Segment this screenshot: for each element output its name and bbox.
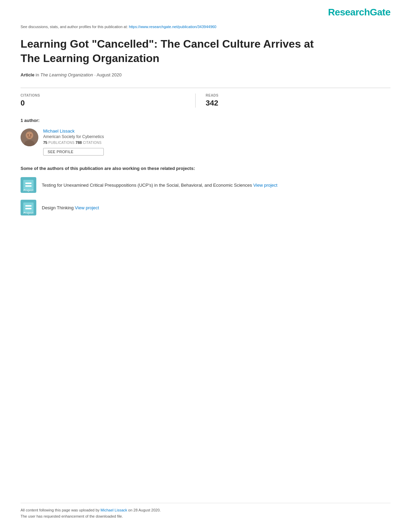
author-affiliation: American Society for Cybernetics (43, 134, 104, 139)
related-projects-title: Some of the authors of this publication … (21, 166, 390, 171)
footer-uploaded-by-link[interactable]: Michael Lissack (101, 508, 127, 512)
svg-point-4 (30, 135, 32, 136)
researchgate-logo: ResearchGate (328, 7, 390, 18)
svg-point-3 (28, 135, 29, 136)
project-icon-1: Project (21, 177, 36, 193)
project-link-2[interactable]: View project (75, 205, 99, 210)
footer-note: The user has requested enhancement of th… (21, 514, 390, 518)
reads-label: READS (206, 94, 370, 97)
header: ResearchGate (0, 0, 411, 21)
reads-block: READS 342 (206, 94, 381, 108)
meta-in: in (36, 72, 40, 77)
main-content: See discussions, stats, and author profi… (0, 25, 411, 215)
footer-uploaded-date: on 28 August 2020. (127, 508, 161, 512)
footer-divider (21, 503, 390, 503)
author-cites-count: 788 (76, 140, 82, 145)
project-description-1: Testing for Unexamined Critical Presuppo… (42, 183, 252, 188)
avatar-image (21, 128, 38, 146)
author-pubs-label: PUBLICATIONS (48, 141, 74, 145)
article-journal: The Learning Organization (40, 72, 93, 77)
project-item: Project Testing for Unexamined Critical … (21, 177, 390, 193)
author-pubs-count: 75 (43, 140, 47, 145)
author-card: Michael Lissack American Society for Cyb… (21, 128, 390, 156)
article-meta: Article in The Learning Organization · A… (21, 72, 390, 77)
project-link-1[interactable]: View project (253, 183, 277, 188)
footer-upload-text: All content following this page was uplo… (21, 508, 390, 512)
author-cites-label: CITATIONS (83, 141, 102, 145)
project-item-2: Project Design Thinking View project (21, 200, 390, 215)
publication-link[interactable]: https://www.researchgate.net/publication… (129, 25, 216, 29)
svg-point-1 (26, 132, 33, 139)
citations-value: 0 (21, 99, 185, 108)
project-label-2: Project (21, 211, 36, 214)
stats-row: CITATIONS 0 READS 342 (21, 94, 390, 108)
author-name-link[interactable]: Michael Lissack (43, 128, 104, 134)
reads-value: 342 (206, 99, 370, 108)
project-text-2: Design Thinking View project (42, 205, 99, 210)
see-profile-button[interactable]: SEE PROFILE (43, 148, 104, 156)
stats-divider (21, 88, 390, 88)
footer-uploaded-prefix: All content following this page was uplo… (21, 508, 101, 512)
top-notice: See discussions, stats, and author profi… (21, 25, 390, 29)
author-stats: 75 PUBLICATIONS 788 CITATIONS (43, 140, 104, 145)
top-notice-text: See discussions, stats, and author profi… (21, 25, 129, 29)
authors-section: 1 author: Michael Lissack (21, 118, 390, 156)
article-title: Learning Got "Cancelled": The Cancel Cul… (21, 37, 315, 65)
project-label-1: Project (21, 189, 36, 192)
project-description-2: Design Thinking (42, 205, 74, 210)
authors-title: 1 author: (21, 118, 390, 123)
citations-block: CITATIONS 0 (21, 94, 196, 108)
article-date: August 2020 (97, 72, 122, 77)
footer: All content following this page was uplo… (21, 503, 390, 518)
project-text-1: Testing for Unexamined Critical Presuppo… (42, 183, 277, 188)
author-info: Michael Lissack American Society for Cyb… (43, 128, 104, 156)
avatar (21, 128, 38, 146)
citations-label: CITATIONS (21, 94, 185, 97)
project-icon-2: Project (21, 200, 36, 215)
related-projects-section: Some of the authors of this publication … (21, 166, 390, 215)
article-type: Article (21, 72, 34, 77)
